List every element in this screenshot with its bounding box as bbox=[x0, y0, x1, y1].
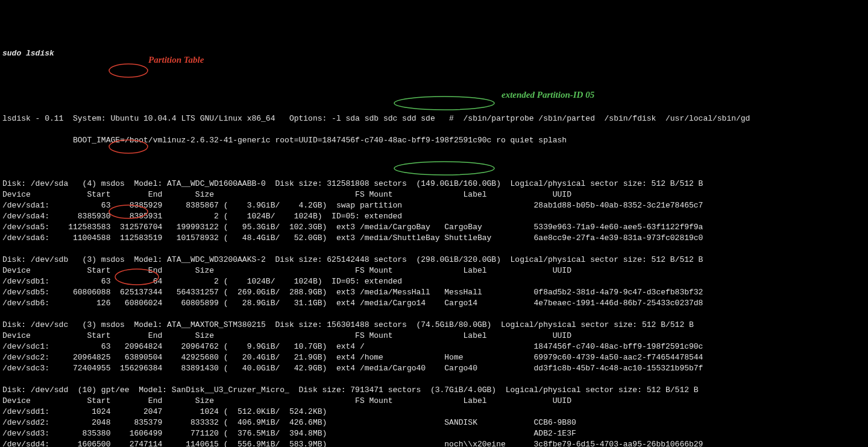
partition-row: /dev/sdd2: 2048 835379 833332 ( 406.9MiB… bbox=[2, 417, 866, 428]
blank-line bbox=[2, 157, 866, 168]
partition-row: /dev/sda6: 11004588 112583519 101578932 … bbox=[2, 233, 866, 244]
partition-row: /dev/sdc2: 20964825 63890504 42925680 ( … bbox=[2, 352, 866, 363]
partition-row: /dev/sdd1: 1024 2047 1024 ( 512.0KiB/ 52… bbox=[2, 407, 866, 417]
partition-row: /dev/sda1: 63 8385929 8385867 ( 3.9GiB/ … bbox=[2, 200, 866, 211]
partition-row: /dev/sda4: 8385930 8385931 2 ( 1024B/ 10… bbox=[2, 211, 866, 222]
partition-row: /dev/sdc3: 72404955 156296384 83891430 (… bbox=[2, 363, 866, 374]
disk-list: Disk: /dev/sda (4) msdos Model: ATA__WDC… bbox=[2, 179, 866, 447]
partition-row: /dev/sdd3: 835380 1606499 771120 ( 376.5… bbox=[2, 428, 866, 439]
command-line: sudo lsdisk bbox=[2, 48, 866, 59]
blank-line bbox=[2, 70, 866, 81]
partition-row: /dev/sda5: 112583583 312576704 199993122… bbox=[2, 222, 866, 233]
partition-row: /dev/sdd4: 1606500 2747114 1140615 ( 556… bbox=[2, 439, 866, 447]
column-header: Device Start End Size FS Mount Label UUI… bbox=[2, 189, 866, 200]
header-system: lsdisk - 0.11 System: Ubuntu 10.04.4 LTS… bbox=[2, 113, 866, 124]
blank-line bbox=[2, 244, 866, 255]
blank-line bbox=[2, 374, 866, 385]
header-bootimage: BOOT_IMAGE=/boot/vmlinuz-2.6.32-41-gener… bbox=[2, 135, 866, 146]
partition-row: /dev/sdc1: 63 20964824 20964762 ( 9.9GiB… bbox=[2, 341, 866, 352]
disk-header: Disk: /dev/sda (4) msdos Model: ATA__WDC… bbox=[2, 179, 866, 189]
partition-row: /dev/sdb5: 60806088 625137344 564331257 … bbox=[2, 287, 866, 298]
column-header: Device Start End Size FS Mount Label UUI… bbox=[2, 396, 866, 407]
disk-header: Disk: /dev/sdc (3) msdos Model: ATA__MAX… bbox=[2, 320, 866, 331]
partition-row: /dev/sdb6: 126 60806024 60805899 ( 28.9G… bbox=[2, 298, 866, 309]
disk-header: Disk: /dev/sdd (10) gpt/ee Model: SanDis… bbox=[2, 385, 866, 396]
column-header: Device Start End Size FS Mount Label UUI… bbox=[2, 265, 866, 276]
blank-line bbox=[2, 92, 866, 103]
blank-line bbox=[2, 309, 866, 320]
disk-header: Disk: /dev/sdb (3) msdos Model: ATA__WDC… bbox=[2, 255, 866, 265]
column-header: Device Start End Size FS Mount Label UUI… bbox=[2, 331, 866, 341]
partition-row: /dev/sdb1: 63 64 2 ( 1024B/ 1024B) ID=05… bbox=[2, 276, 866, 287]
